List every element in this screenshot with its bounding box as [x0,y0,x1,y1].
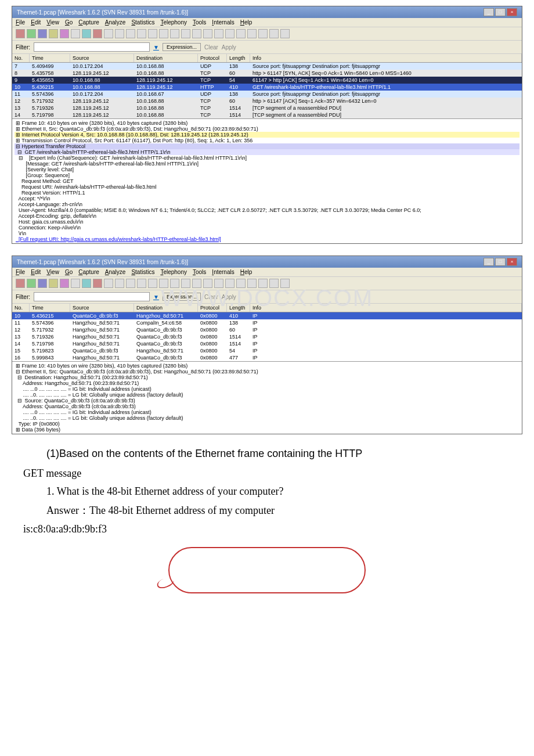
menu-item[interactable]: Statistics [131,19,154,26]
menu-item[interactable]: Help [240,269,252,275]
detail-line[interactable]: ⊞ Data (396 bytes) [15,427,519,433]
detail-line[interactable]: Accept-Encoding: gzip, deflate\r\n [15,213,519,219]
packet-row[interactable]: 125.717932Hangzhou_8d:50:71QuantaCo_db:9… [12,326,522,333]
menu-item[interactable]: View [46,19,59,26]
packet-details[interactable]: ⊞ Frame 10: 410 bytes on wire (3280 bits… [12,361,522,434]
detail-line[interactable]: [Message: GET /wireshark-labs/HTTP-ether… [15,161,519,167]
toolbar-icon[interactable] [225,29,234,38]
toolbar-icon[interactable] [159,279,168,288]
detail-line[interactable]: .... ..0. .... .... .... .... = LG bit: … [15,392,519,398]
toolbar-icon[interactable] [203,29,212,38]
detail-line[interactable]: Accept-Language: zh-cn\r\n [15,201,519,207]
toolbar-icon[interactable] [49,29,58,38]
menu-item[interactable]: Telephony [160,19,187,26]
toolbar-icon[interactable] [236,279,246,288]
toolbar-icon[interactable] [38,29,47,38]
detail-line[interactable]: Type: IP (0x0800) [15,421,519,427]
toolbar-icon[interactable] [60,29,69,38]
detail-line[interactable]: Connection: Keep-Alive\r\n [15,225,519,231]
packet-row[interactable]: 75.40949910.0.172.20410.0.168.88UDP138So… [12,63,522,70]
title-bar[interactable]: Thernet-1.pcap [Wireshark 1.6.2 (SVN Rev… [12,6,522,18]
packet-row[interactable]: 135.719326128.119.245.1210.0.168.88TCP15… [12,105,522,111]
menu-item[interactable]: Tools [193,19,206,26]
toolbar-icon[interactable] [104,29,113,38]
toolbar-icon[interactable] [269,279,279,288]
detail-line[interactable]: \r\n [15,231,519,236]
packet-row[interactable]: 145.719798Hangzhou_8d:50:71QuantaCo_db:9… [12,340,522,347]
toolbar-icon[interactable] [280,279,290,288]
minimize-button[interactable]: _ [484,8,494,16]
toolbar-icon[interactable] [38,279,47,288]
toolbar-icon[interactable] [115,29,124,38]
toolbar-icon[interactable] [170,279,179,288]
filter-input[interactable] [34,292,150,301]
toolbar-icon[interactable] [269,29,279,38]
detail-line[interactable]: .... ...0 .... .... .... .... = IG bit: … [15,409,519,415]
menu-item[interactable]: Analyze [105,269,126,275]
menu-item[interactable]: Statistics [131,269,154,275]
expression-button[interactable]: Expression... [163,43,201,51]
toolbar-icon[interactable] [71,29,80,38]
menu-item[interactable]: File [16,19,25,26]
toolbar-icon[interactable] [192,29,201,38]
packet-details[interactable]: ⊞ Frame 10: 410 bytes on wire (3280 bits… [12,118,522,243]
menu-item[interactable]: Capture [78,19,99,26]
menu-item[interactable]: Help [240,19,252,26]
toolbar-icon[interactable] [49,279,58,288]
packet-row[interactable]: 145.719798128.119.245.1210.0.168.88TCP15… [12,111,522,118]
detail-line[interactable]: Request URI: /wireshark-labs/HTTP-ethere… [15,184,519,190]
toolbar-icon[interactable] [27,279,36,288]
packet-row[interactable]: 105.436215QuantaCo_db:9b:f3Hangzhou_8d:5… [12,312,522,319]
detail-line[interactable]: ⊞ Frame 10: 410 bytes on wire (3280 bits… [15,363,519,369]
detail-line[interactable]: Accept: */*\r\n [15,196,519,201]
packet-row[interactable]: 105.43621510.0.168.88128.119.245.12HTTP4… [12,84,522,91]
packet-row[interactable]: 155.719823QuantaCo_db:9b:f3Hangzhou_8d:5… [12,347,522,354]
toolbar-icon[interactable] [148,29,157,38]
toolbar-icon[interactable] [170,29,179,38]
detail-line[interactable]: [Full request URI: http://gaia.cs.umass.… [15,236,519,242]
menu-item[interactable]: Edit [31,269,41,275]
detail-line[interactable]: [Severity level: Chat] [15,167,519,172]
toolbar-icon[interactable] [203,279,212,288]
toolbar-icon[interactable] [148,279,157,288]
detail-line[interactable]: .... ...0 .... .... .... .... = IG bit: … [15,386,519,392]
packet-row[interactable]: 115.57439610.0.172.20410.0.168.67UDP138S… [12,91,522,98]
detail-line[interactable]: ⊞ Transmission Control Protocol, Src Por… [15,138,519,143]
expression-button[interactable]: Expression... [163,293,201,301]
filter-input[interactable] [34,42,150,52]
detail-line[interactable]: Request Method: GET [15,178,519,184]
detail-line[interactable]: ⊞ Internet Protocol Version 4, Src: 10.0… [15,132,519,138]
detail-line[interactable]: ⊟ Source: QuantaCo_db:9b:f3 (c8:0a:a9:db… [15,398,519,404]
detail-line[interactable]: User-Agent: Mozilla/4.0 (compatible; MSI… [15,207,519,213]
detail-line[interactable]: ⊟ Hypertext Transfer Protocol [15,143,519,149]
toolbar-icon[interactable] [258,279,268,288]
menu-item[interactable]: View [46,269,59,275]
toolbar-icon[interactable] [60,279,69,288]
menu-item[interactable]: Go [65,19,73,26]
detail-line[interactable]: [Group: Sequence] [15,172,519,178]
packet-list[interactable]: No. Time Source Destination Protocol Len… [12,304,522,361]
toolbar-icon[interactable] [181,29,190,38]
packet-list[interactable]: No. Time Source Destination Protocol Len… [12,54,522,118]
toolbar-icon[interactable] [16,29,25,38]
toolbar-icon[interactable] [104,279,113,288]
toolbar-icon[interactable] [93,279,102,288]
detail-line[interactable]: Host: gaia.cs.umass.edu\r\n [15,219,519,225]
menu-item[interactable]: Go [65,269,73,275]
clear-button[interactable]: Clear [204,44,218,51]
detail-line[interactable]: ⊟ Destination: Hangzhou_8d:50:71 (00:23:… [15,375,519,380]
toolbar-icon[interactable] [214,29,223,38]
close-button[interactable]: × [507,8,517,16]
toolbar-icon[interactable] [247,29,257,38]
toolbar-icon[interactable] [27,29,36,38]
detail-line[interactable]: Address: QuantaCo_db:9b:f3 (c8:0a:a9:db:… [15,404,519,409]
toolbar-icon[interactable] [126,279,135,288]
packet-row[interactable]: 125.717932128.119.245.1210.0.168.88TCP60… [12,98,522,105]
close-button[interactable]: × [507,258,517,266]
detail-line[interactable]: .... ..0. .... .... .... .... = LG bit: … [15,415,519,421]
detail-line[interactable]: Address: Hangzhou_8d:50:71 (00:23:89:8d:… [15,380,519,386]
packet-row[interactable]: 115.574396Hangzhou_8d:50:71CompalIn_54:c… [12,319,522,326]
toolbar-icon[interactable] [181,279,190,288]
packet-row[interactable]: 85.435758128.119.245.1210.0.168.88TCP60h… [12,70,522,77]
detail-line[interactable]: ⊟ [Expert Info (Chat/Sequence): GET /wir… [15,155,519,161]
